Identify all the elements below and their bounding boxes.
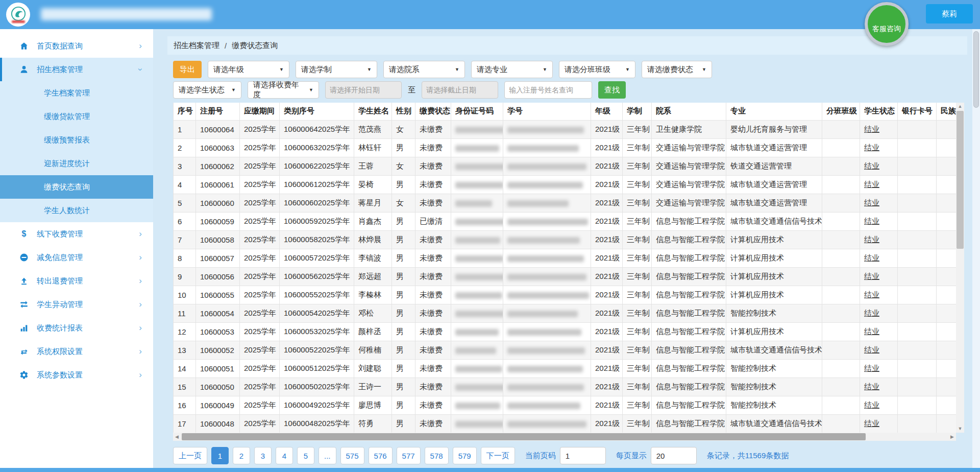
page-button-577[interactable]: 577 bbox=[397, 447, 421, 464]
scroll-down-arrow-icon[interactable]: ▼ bbox=[956, 425, 964, 433]
cell-student-id-redacted bbox=[503, 286, 591, 304]
scroll-up-arrow-icon[interactable]: ▲ bbox=[956, 103, 964, 110]
cell bbox=[822, 286, 860, 304]
breadcrumb-parent[interactable]: 招生档案管理 bbox=[174, 41, 219, 51]
date-end-input[interactable] bbox=[422, 81, 498, 99]
search-button[interactable]: 查找 bbox=[598, 81, 626, 99]
support-badge[interactable]: 客服咨询 bbox=[865, 2, 909, 46]
student-status-link[interactable]: 结业 bbox=[864, 143, 879, 152]
sidebar-subitem-缓缴贷款管理[interactable]: 缓缴贷款管理 bbox=[0, 105, 153, 128]
cell: 智能控制技术 bbox=[726, 359, 822, 377]
sidebar-item-offline-fee[interactable]: $线下收费管理› bbox=[0, 222, 153, 246]
column-header-院系: 院系 bbox=[652, 103, 726, 120]
student-status-link[interactable]: 结业 bbox=[864, 235, 879, 244]
page-scrollbar-thumb[interactable] bbox=[973, 31, 979, 108]
filter-major-select[interactable]: 请选专业▼ bbox=[471, 61, 553, 78]
cell: 2021级 bbox=[591, 304, 623, 322]
cell: 信息与智能工程学院 bbox=[652, 322, 726, 341]
scroll-right-arrow-icon[interactable]: ▶ bbox=[948, 433, 956, 441]
sidebar-subitem-学生档案管理[interactable]: 学生档案管理 bbox=[0, 81, 153, 105]
student-status-link[interactable]: 结业 bbox=[864, 180, 879, 188]
student-status-link[interactable]: 结业 bbox=[864, 382, 879, 391]
cell-student-id-redacted bbox=[503, 194, 591, 212]
page-button-3[interactable]: 3 bbox=[254, 447, 272, 464]
filter-grade-select[interactable]: 请选年级▼ bbox=[208, 61, 289, 78]
cell: 12 bbox=[174, 322, 196, 341]
student-status-link[interactable]: 结业 bbox=[864, 161, 879, 170]
sidebar-item-label: 转出退费管理 bbox=[37, 276, 83, 286]
sidebar-item-home-data-query[interactable]: 首页数据查询› bbox=[0, 34, 153, 58]
filter-fee-year-select[interactable]: 请选择收费年度▼ bbox=[248, 81, 319, 99]
table-row: 4106000612025学年106000612025学年晏椅男未缴费2021级… bbox=[174, 175, 957, 194]
export-button[interactable]: 导出 bbox=[173, 61, 202, 78]
cell: 4 bbox=[174, 175, 196, 194]
page-button-1[interactable]: 1 bbox=[211, 447, 229, 464]
sidebar-item-system-parameter[interactable]: 系统参数设置› bbox=[0, 363, 153, 387]
redacted-blur bbox=[507, 347, 585, 354]
page-scrollbar[interactable] bbox=[972, 29, 980, 468]
prev-page-button[interactable]: 上一页 bbox=[173, 447, 207, 464]
vertical-scrollbar-thumb[interactable] bbox=[957, 111, 964, 249]
student-status-link[interactable]: 结业 bbox=[864, 272, 879, 280]
student-status-link[interactable]: 结业 bbox=[864, 198, 879, 207]
cell bbox=[822, 249, 860, 267]
column-header-应缴期间: 应缴期间 bbox=[240, 103, 280, 120]
next-page-button[interactable]: 下一页 bbox=[481, 447, 515, 464]
sidebar-subitem-缴费状态查询[interactable]: 缴费状态查询 bbox=[0, 175, 153, 199]
student-status-link[interactable]: 结业 bbox=[864, 345, 879, 354]
page-button-579[interactable]: 579 bbox=[453, 447, 477, 464]
scroll-left-arrow-icon[interactable]: ◀ bbox=[173, 433, 181, 441]
cell bbox=[822, 120, 860, 138]
cell: 10600055 bbox=[196, 286, 240, 304]
sidebar-subitem-迎新进度统计[interactable]: 迎新进度统计 bbox=[0, 152, 153, 175]
sidebar-item-student-change[interactable]: 学生异动管理› bbox=[0, 293, 153, 316]
page-button-575[interactable]: 575 bbox=[340, 447, 364, 464]
sidebar-item-transfer-refund[interactable]: 转出退费管理› bbox=[0, 269, 153, 293]
sidebar-item-system-permission[interactable]: 系统权限设置› bbox=[0, 340, 153, 363]
filter-student-status-select[interactable]: 请选学生状态▼ bbox=[173, 81, 241, 99]
student-status-link[interactable]: 结业 bbox=[864, 327, 879, 336]
student-status-link[interactable]: 结业 bbox=[864, 400, 879, 409]
main-content: 招生档案管理 / 缴费状态查询 导出 请选年级▼请选学制▼请选院系▼请选专业▼请… bbox=[153, 29, 972, 468]
sidebar-subitem-学生人数统计[interactable]: 学生人数统计 bbox=[0, 199, 153, 222]
date-start-input[interactable] bbox=[325, 81, 402, 99]
keyword-search-input[interactable] bbox=[504, 81, 592, 99]
filter-college-select[interactable]: 请选院系▼ bbox=[383, 61, 465, 78]
student-status-link[interactable]: 结业 bbox=[864, 217, 879, 225]
sidebar-item-reduction-info[interactable]: 减免信息管理› bbox=[0, 246, 153, 269]
page-button-4[interactable]: 4 bbox=[276, 447, 293, 464]
page-ellipsis[interactable]: ... bbox=[318, 447, 336, 464]
redacted-blur bbox=[455, 182, 503, 188]
sidebar-subitem-缓缴预警报表[interactable]: 缓缴预警报表 bbox=[0, 128, 153, 152]
table-row: 8106000572025学年106000572025学年李镐波男未缴费2021… bbox=[174, 249, 957, 267]
table-row: 5106000602025学年106000602025学年蒋星月女未缴费2021… bbox=[174, 194, 957, 212]
column-header-身份证号码: 身份证号码 bbox=[451, 103, 503, 120]
cell: 5 bbox=[174, 194, 196, 212]
current-page-input[interactable] bbox=[560, 447, 606, 464]
filter-class-select[interactable]: 请选分班班级▼ bbox=[559, 61, 635, 78]
horizontal-scrollbar-thumb[interactable] bbox=[182, 433, 866, 440]
per-page-input[interactable] bbox=[651, 447, 697, 464]
filter-pay-status-select[interactable]: 请选缴费状态▼ bbox=[642, 61, 712, 78]
cell: 未缴费 bbox=[415, 138, 451, 157]
table-horizontal-scrollbar[interactable]: ◀ ▶ bbox=[173, 433, 956, 441]
sidebar-item-admission-archive[interactable]: 招生档案管理› bbox=[0, 58, 153, 81]
page-button-576[interactable]: 576 bbox=[369, 447, 393, 464]
student-status-link[interactable]: 结业 bbox=[864, 253, 879, 262]
student-status-link[interactable]: 结业 bbox=[864, 309, 879, 317]
page-button-5[interactable]: 5 bbox=[297, 447, 314, 464]
table-vertical-scrollbar[interactable]: ▲ ▼ bbox=[956, 103, 964, 433]
redacted-blur bbox=[455, 366, 502, 372]
cell: 男 bbox=[392, 267, 415, 286]
filter-schooling-select[interactable]: 请选学制▼ bbox=[296, 61, 377, 78]
student-status-link[interactable]: 结业 bbox=[864, 125, 879, 133]
student-status-link[interactable]: 结业 bbox=[864, 290, 879, 299]
student-status-link[interactable]: 结业 bbox=[864, 364, 879, 372]
page-button-578[interactable]: 578 bbox=[425, 447, 449, 464]
user-button[interactable]: 蔡莉 bbox=[926, 4, 973, 23]
cell: 106000552025学年 bbox=[280, 286, 354, 304]
page-button-2[interactable]: 2 bbox=[233, 447, 250, 464]
sidebar-item-fee-report[interactable]: 收费统计报表› bbox=[0, 316, 153, 340]
student-status-link[interactable]: 结业 bbox=[864, 419, 879, 428]
select-placeholder: 请选学制 bbox=[301, 65, 332, 75]
